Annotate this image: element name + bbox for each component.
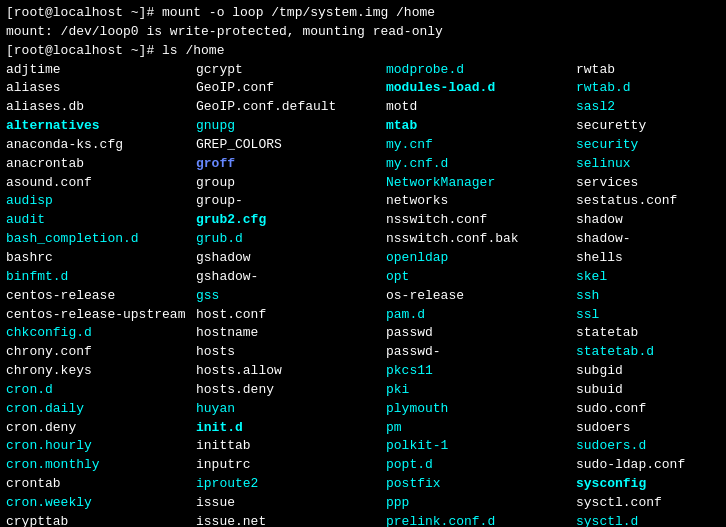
- file-item: openldap: [386, 249, 576, 268]
- file-item: gnupg: [196, 117, 386, 136]
- file-item: sestatus.conf: [576, 192, 726, 211]
- file-item: modules-load.d: [386, 79, 576, 98]
- file-item: pki: [386, 381, 576, 400]
- file-item: huyan: [196, 400, 386, 419]
- file-item: skel: [576, 268, 726, 287]
- file-item: centos-release: [6, 287, 196, 306]
- file-item: securetty: [576, 117, 726, 136]
- file-item: sudoers: [576, 419, 726, 438]
- file-item: GREP_COLORS: [196, 136, 386, 155]
- file-item: chrony.keys: [6, 362, 196, 381]
- file-listing: adjtimealiasesaliases.dbalternativesanac…: [6, 61, 720, 527]
- file-item: services: [576, 174, 726, 193]
- file-item: mtab: [386, 117, 576, 136]
- file-item: passwd-: [386, 343, 576, 362]
- file-item: nsswitch.conf: [386, 211, 576, 230]
- file-item: passwd: [386, 324, 576, 343]
- file-item: groff: [196, 155, 386, 174]
- file-item: asound.conf: [6, 174, 196, 193]
- file-item: ppp: [386, 494, 576, 513]
- file-item: inittab: [196, 437, 386, 456]
- file-item: pam.d: [386, 306, 576, 325]
- file-item: chrony.conf: [6, 343, 196, 362]
- file-item: os-release: [386, 287, 576, 306]
- file-item: pkcs11: [386, 362, 576, 381]
- file-column-0: adjtimealiasesaliases.dbalternativesanac…: [6, 61, 196, 527]
- file-item: selinux: [576, 155, 726, 174]
- file-item: audisp: [6, 192, 196, 211]
- file-item: anacrontab: [6, 155, 196, 174]
- file-item: grub.d: [196, 230, 386, 249]
- prompt-line-3: [root@localhost ~]# ls /home: [6, 42, 720, 61]
- file-item: cron.hourly: [6, 437, 196, 456]
- file-item: chkconfig.d: [6, 324, 196, 343]
- file-item: gshadow: [196, 249, 386, 268]
- file-item: crontab: [6, 475, 196, 494]
- file-item: GeoIP.conf.default: [196, 98, 386, 117]
- file-item: bashrc: [6, 249, 196, 268]
- file-item: cron.weekly: [6, 494, 196, 513]
- file-item: aliases.db: [6, 98, 196, 117]
- file-item: centos-release-upstream: [6, 306, 196, 325]
- file-item: sysctl.conf: [576, 494, 726, 513]
- file-item: subuid: [576, 381, 726, 400]
- file-item: GeoIP.conf: [196, 79, 386, 98]
- file-item: hosts.allow: [196, 362, 386, 381]
- file-item: gcrypt: [196, 61, 386, 80]
- file-item: sasl2: [576, 98, 726, 117]
- file-item: security: [576, 136, 726, 155]
- file-item: grub2.cfg: [196, 211, 386, 230]
- file-item: init.d: [196, 419, 386, 438]
- file-item: hosts.deny: [196, 381, 386, 400]
- file-item: postfix: [386, 475, 576, 494]
- file-item: cron.monthly: [6, 456, 196, 475]
- file-item: hosts: [196, 343, 386, 362]
- file-item: sudo.conf: [576, 400, 726, 419]
- file-column-3: rwtabrwtab.dsasl2securettysecurityselinu…: [576, 61, 726, 527]
- file-item: pm: [386, 419, 576, 438]
- file-column-1: gcryptGeoIP.confGeoIP.conf.defaultgnupgG…: [196, 61, 386, 527]
- file-item: ssl: [576, 306, 726, 325]
- file-item: ssh: [576, 287, 726, 306]
- prompt-line-1: [root@localhost ~]# mount -o loop /tmp/s…: [6, 4, 720, 23]
- file-item: group-: [196, 192, 386, 211]
- file-item: subgid: [576, 362, 726, 381]
- file-item: nsswitch.conf.bak: [386, 230, 576, 249]
- file-item: gshadow-: [196, 268, 386, 287]
- file-item: plymouth: [386, 400, 576, 419]
- prompt-line-2: mount: /dev/loop0 is write-protected, mo…: [6, 23, 720, 42]
- file-item: motd: [386, 98, 576, 117]
- file-item: crypttab: [6, 513, 196, 527]
- file-column-2: modprobe.dmodules-load.dmotdmtabmy.cnfmy…: [386, 61, 576, 527]
- terminal: [root@localhost ~]# mount -o loop /tmp/s…: [6, 4, 720, 527]
- file-item: gss: [196, 287, 386, 306]
- file-item: statetab.d: [576, 343, 726, 362]
- file-item: audit: [6, 211, 196, 230]
- file-item: group: [196, 174, 386, 193]
- file-item: sudoers.d: [576, 437, 726, 456]
- file-item: polkit-1: [386, 437, 576, 456]
- file-item: my.cnf.d: [386, 155, 576, 174]
- file-item: issue: [196, 494, 386, 513]
- file-item: bash_completion.d: [6, 230, 196, 249]
- file-item: cron.daily: [6, 400, 196, 419]
- file-item: shells: [576, 249, 726, 268]
- file-item: statetab: [576, 324, 726, 343]
- file-item: sysconfig: [576, 475, 726, 494]
- file-item: aliases: [6, 79, 196, 98]
- file-item: rwtab.d: [576, 79, 726, 98]
- file-item: networks: [386, 192, 576, 211]
- file-item: cron.deny: [6, 419, 196, 438]
- file-item: prelink.conf.d: [386, 513, 576, 527]
- file-item: shadow-: [576, 230, 726, 249]
- file-item: hostname: [196, 324, 386, 343]
- file-item: anaconda-ks.cfg: [6, 136, 196, 155]
- file-item: NetworkManager: [386, 174, 576, 193]
- file-item: inputrc: [196, 456, 386, 475]
- file-item: rwtab: [576, 61, 726, 80]
- file-item: host.conf: [196, 306, 386, 325]
- file-item: iproute2: [196, 475, 386, 494]
- file-item: cron.d: [6, 381, 196, 400]
- file-item: issue.net: [196, 513, 386, 527]
- file-item: opt: [386, 268, 576, 287]
